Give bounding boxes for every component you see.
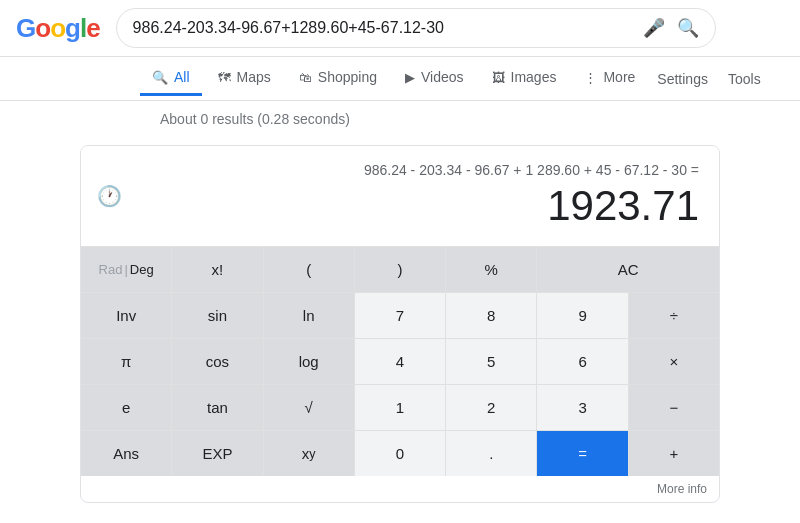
calc-btn-log[interactable]: log bbox=[264, 339, 354, 384]
calc-btn-5[interactable]: 5 bbox=[446, 339, 536, 384]
calc-btn-ans[interactable]: Ans bbox=[81, 431, 171, 476]
calc-btn-2[interactable]: 2 bbox=[446, 385, 536, 430]
nav-tabs: 🔍 All 🗺 Maps 🛍 Shopping ▶ Videos 🖼 Image… bbox=[0, 57, 800, 101]
calc-btn-rad-deg[interactable]: Rad|Deg bbox=[81, 247, 171, 292]
tab-shopping-label: Shopping bbox=[318, 69, 377, 85]
calc-btn-open-paren[interactable]: ( bbox=[264, 247, 354, 292]
calc-btn-factorial[interactable]: x! bbox=[172, 247, 262, 292]
calc-buttons: Rad|Deg x! ( ) % AC Inv sin ln 7 8 9 ÷ π… bbox=[81, 246, 719, 476]
search-input[interactable] bbox=[133, 19, 643, 37]
calc-btn-ln[interactable]: ln bbox=[264, 293, 354, 338]
calc-btn-subtract[interactable]: − bbox=[629, 385, 719, 430]
tab-all-label: All bbox=[174, 69, 190, 85]
calc-btn-6[interactable]: 6 bbox=[537, 339, 627, 384]
calc-btn-decimal[interactable]: . bbox=[446, 431, 536, 476]
calc-btn-ac[interactable]: AC bbox=[537, 247, 719, 292]
tab-shopping[interactable]: 🛍 Shopping bbox=[287, 61, 389, 96]
tab-images-label: Images bbox=[511, 69, 557, 85]
tab-maps-label: Maps bbox=[237, 69, 271, 85]
calc-result: 1923.71 bbox=[101, 182, 699, 230]
calc-btn-divide[interactable]: ÷ bbox=[629, 293, 719, 338]
tab-videos[interactable]: ▶ Videos bbox=[393, 61, 476, 96]
calc-btn-7[interactable]: 7 bbox=[355, 293, 445, 338]
calc-btn-sin[interactable]: sin bbox=[172, 293, 262, 338]
calc-btn-8[interactable]: 8 bbox=[446, 293, 536, 338]
calculator-card: 🕐 986.24 - 203.34 - 96.67 + 1 289.60 + 4… bbox=[80, 145, 720, 503]
calc-btn-4[interactable]: 4 bbox=[355, 339, 445, 384]
tab-more-label: More bbox=[603, 69, 635, 85]
search-icons: 🎤 🔍 bbox=[643, 17, 699, 39]
maps-icon: 🗺 bbox=[218, 70, 231, 85]
more-icon: ⋮ bbox=[584, 70, 597, 85]
results-info: About 0 results (0.28 seconds) bbox=[0, 101, 800, 137]
calc-btn-tan[interactable]: tan bbox=[172, 385, 262, 430]
calc-btn-exp[interactable]: EXP bbox=[172, 431, 262, 476]
tools-link[interactable]: Tools bbox=[722, 63, 767, 95]
tab-videos-label: Videos bbox=[421, 69, 464, 85]
calc-btn-percent[interactable]: % bbox=[446, 247, 536, 292]
settings-tools: Settings Tools bbox=[651, 63, 766, 95]
calc-btn-0[interactable]: 0 bbox=[355, 431, 445, 476]
calc-btn-power[interactable]: xy bbox=[264, 431, 354, 476]
calc-btn-e[interactable]: e bbox=[81, 385, 171, 430]
results-count: About 0 results (0.28 seconds) bbox=[160, 111, 350, 127]
google-logo[interactable]: Google bbox=[16, 13, 100, 44]
calc-btn-inv[interactable]: Inv bbox=[81, 293, 171, 338]
more-info-label: More info bbox=[657, 482, 707, 496]
calc-btn-cos[interactable]: cos bbox=[172, 339, 262, 384]
calc-btn-close-paren[interactable]: ) bbox=[355, 247, 445, 292]
microphone-icon[interactable]: 🎤 bbox=[643, 17, 665, 39]
history-icon[interactable]: 🕐 bbox=[97, 184, 122, 208]
videos-icon: ▶ bbox=[405, 70, 415, 85]
calc-btn-add[interactable]: + bbox=[629, 431, 719, 476]
tab-maps[interactable]: 🗺 Maps bbox=[206, 61, 283, 96]
tab-all[interactable]: 🔍 All bbox=[140, 61, 202, 96]
calc-display: 🕐 986.24 - 203.34 - 96.67 + 1 289.60 + 4… bbox=[81, 146, 719, 246]
calc-btn-multiply[interactable]: × bbox=[629, 339, 719, 384]
search-icon[interactable]: 🔍 bbox=[677, 17, 699, 39]
search-bar: 🎤 🔍 bbox=[116, 8, 716, 48]
tab-images[interactable]: 🖼 Images bbox=[480, 61, 569, 96]
shopping-icon: 🛍 bbox=[299, 70, 312, 85]
calc-btn-3[interactable]: 3 bbox=[537, 385, 627, 430]
calc-expression: 986.24 - 203.34 - 96.67 + 1 289.60 + 45 … bbox=[101, 162, 699, 178]
calc-btn-sqrt[interactable]: √ bbox=[264, 385, 354, 430]
calc-btn-pi[interactable]: π bbox=[81, 339, 171, 384]
calc-btn-equals[interactable]: = bbox=[537, 431, 627, 476]
settings-link[interactable]: Settings bbox=[651, 63, 714, 95]
calc-btn-1[interactable]: 1 bbox=[355, 385, 445, 430]
calc-btn-9[interactable]: 9 bbox=[537, 293, 627, 338]
more-info[interactable]: More info bbox=[81, 476, 719, 502]
images-icon: 🖼 bbox=[492, 70, 505, 85]
tab-more[interactable]: ⋮ More bbox=[572, 61, 647, 96]
all-icon: 🔍 bbox=[152, 70, 168, 85]
header: Google 🎤 🔍 bbox=[0, 0, 800, 57]
